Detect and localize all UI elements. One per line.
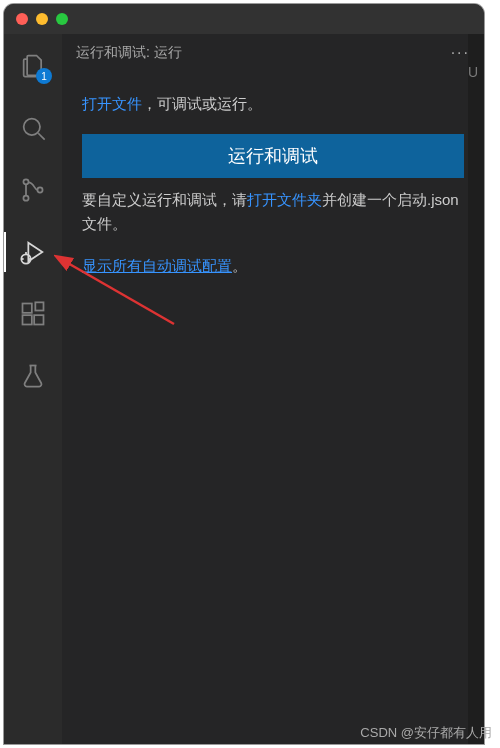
activity-testing[interactable] [4, 354, 62, 398]
flask-icon [19, 362, 47, 390]
close-window-button[interactable] [16, 13, 28, 25]
customize-prefix: 要自定义运行和调试，请 [82, 191, 247, 208]
activity-explorer[interactable]: 1 [4, 44, 62, 88]
run-and-debug-sidebar: 运行和调试: 运行 ··· 打开文件，可调试或运行。 运行和调试 要自定义运行和… [62, 34, 484, 744]
svg-line-1 [38, 133, 44, 139]
titlebar [4, 4, 484, 34]
svg-rect-10 [23, 315, 32, 324]
activity-source-control[interactable] [4, 168, 62, 212]
open-folder-link[interactable]: 打开文件夹 [247, 191, 322, 208]
svg-point-4 [37, 187, 42, 192]
open-file-link[interactable]: 打开文件 [82, 95, 142, 112]
minimize-window-button[interactable] [36, 13, 48, 25]
svg-point-3 [23, 196, 28, 201]
show-all-suffix: 。 [232, 257, 247, 274]
svg-point-2 [23, 179, 28, 184]
svg-rect-9 [23, 304, 32, 313]
activity-bar: 1 [4, 34, 62, 744]
open-file-suffix: ，可调试或运行。 [142, 95, 262, 112]
sidebar-title: 运行和调试: 运行 [76, 44, 182, 62]
extensions-icon [19, 300, 47, 328]
svg-rect-12 [35, 302, 43, 310]
explorer-badge: 1 [36, 68, 52, 84]
svg-point-0 [24, 119, 40, 135]
activity-run-debug[interactable] [4, 230, 62, 274]
editor-git-status-hint: U [468, 64, 484, 80]
source-control-icon [19, 176, 47, 204]
activity-search[interactable] [4, 106, 62, 150]
run-and-debug-button[interactable]: 运行和调试 [82, 134, 464, 178]
activity-extensions[interactable] [4, 292, 62, 336]
customize-paragraph: 要自定义运行和调试，请打开文件夹并创建一个启动.json 文件。 [82, 188, 464, 236]
search-icon [19, 114, 47, 142]
editor-area-edge [468, 34, 484, 744]
watermark-text: CSDN @安仔都有人用 [360, 724, 492, 742]
show-all-paragraph: 显示所有自动调试配置。 [82, 254, 464, 278]
run-debug-icon [19, 238, 47, 266]
maximize-window-button[interactable] [56, 13, 68, 25]
svg-rect-11 [34, 315, 43, 324]
open-file-paragraph: 打开文件，可调试或运行。 [82, 92, 464, 116]
show-all-auto-debug-link[interactable]: 显示所有自动调试配置 [82, 257, 232, 274]
